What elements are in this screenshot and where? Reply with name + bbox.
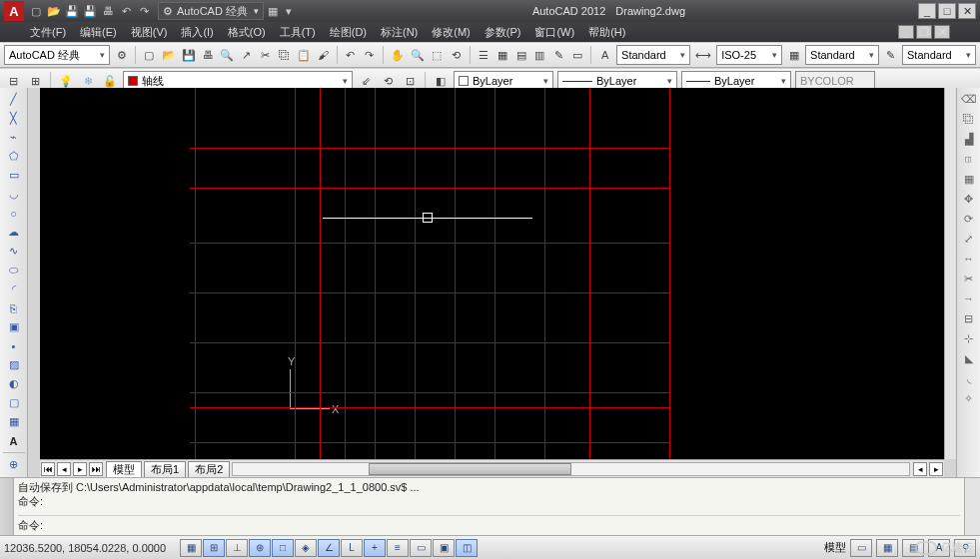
line-icon[interactable]: ╱ — [3, 90, 25, 109]
qat-saveas-icon[interactable]: 💾 — [82, 3, 98, 19]
tab-model[interactable]: 模型 — [106, 461, 142, 477]
dim-style-icon[interactable]: ⟷ — [694, 46, 712, 64]
sc-toggle[interactable]: ◫ — [456, 539, 478, 557]
osnap-toggle[interactable]: □ — [272, 539, 294, 557]
lwt-toggle[interactable]: ≡ — [387, 539, 409, 557]
gradient-icon[interactable]: ◐ — [3, 374, 25, 393]
qat-open-icon[interactable]: 📂 — [46, 3, 62, 19]
close-button[interactable]: ✕ — [958, 3, 976, 19]
ortho-toggle[interactable]: ⊥ — [226, 539, 248, 557]
spline-icon[interactable]: ∿ — [3, 242, 25, 261]
fillet-icon[interactable]: ◟ — [960, 369, 978, 387]
status-qv-drawings-icon[interactable]: ▤ — [902, 539, 924, 557]
menu-view[interactable]: 视图(V) — [131, 25, 168, 40]
table-style-icon[interactable]: ▦ — [786, 46, 801, 64]
horizontal-scrollbar[interactable] — [232, 462, 910, 476]
command-scrollbar[interactable] — [964, 478, 980, 535]
workspace-combo[interactable]: AutoCAD 经典▾ — [4, 45, 110, 65]
tb-zoomprev-icon[interactable]: ⟲ — [449, 46, 464, 64]
chamfer-icon[interactable]: ◣ — [960, 349, 978, 367]
pline-icon[interactable]: ⌁ — [3, 128, 25, 147]
copy-icon[interactable]: ⿻ — [960, 110, 978, 128]
tb-sheetset-icon[interactable]: ▥ — [532, 46, 547, 64]
mtext-icon[interactable]: A — [3, 431, 25, 450]
tb-new-icon[interactable]: ▢ — [142, 46, 157, 64]
doc-minimize-button[interactable]: _ — [898, 25, 914, 39]
qp-toggle[interactable]: ▣ — [433, 539, 455, 557]
point-icon[interactable]: • — [3, 336, 25, 355]
tb-redo-icon[interactable]: ↷ — [362, 46, 377, 64]
tab-prev-button[interactable]: ◂ — [57, 462, 71, 476]
workspace-selector[interactable]: ⚙ AutoCAD 经典 ▾ — [158, 2, 264, 20]
menu-edit[interactable]: 编辑(E) — [80, 25, 117, 40]
tab-layout2[interactable]: 布局2 — [188, 461, 230, 477]
tb-pan-icon[interactable]: ✋ — [390, 46, 406, 64]
array-icon[interactable]: ▦ — [960, 170, 978, 188]
otrack-toggle[interactable]: ∠ — [318, 539, 340, 557]
menu-file[interactable]: 文件(F) — [30, 25, 66, 40]
qat-new-icon[interactable]: ▢ — [28, 3, 44, 19]
tb-undo-icon[interactable]: ↶ — [344, 46, 359, 64]
menu-window[interactable]: 窗口(W) — [534, 25, 574, 40]
tb-match-icon[interactable]: 🖌 — [316, 46, 331, 64]
addsel-icon[interactable]: ⊕ — [3, 455, 25, 474]
tb-paste-icon[interactable]: 📋 — [296, 46, 312, 64]
circle-icon[interactable]: ○ — [3, 204, 25, 223]
tb-dcenter-icon[interactable]: ▦ — [494, 46, 509, 64]
tb-markup-icon[interactable]: ✎ — [551, 46, 566, 64]
tb-print-icon[interactable]: 🖶 — [201, 46, 216, 64]
minimize-button[interactable]: _ — [918, 3, 936, 19]
ducs-toggle[interactable]: L — [341, 539, 363, 557]
menu-draw[interactable]: 绘图(D) — [330, 25, 367, 40]
menu-tools[interactable]: 工具(T) — [280, 25, 316, 40]
block-icon[interactable]: ▣ — [3, 317, 25, 336]
status-model-icon[interactable]: ▭ — [850, 539, 872, 557]
trim-icon[interactable]: ✂ — [960, 270, 978, 287]
table-icon[interactable]: ▦ — [3, 412, 25, 431]
osnap3d-toggle[interactable]: ◈ — [295, 539, 317, 557]
hscroll-left-button[interactable]: ◂ — [913, 462, 927, 476]
break-icon[interactable]: ⊟ — [960, 309, 978, 327]
erase-icon[interactable]: ⌫ — [960, 90, 978, 108]
status-coordinates[interactable]: 12036.5200, 18054.0228, 0.0000 — [4, 542, 174, 554]
hscroll-right-button[interactable]: ▸ — [929, 462, 943, 476]
text-style-icon[interactable]: A — [597, 46, 612, 64]
arc-icon[interactable]: ◡ — [3, 185, 25, 204]
menu-param[interactable]: 参数(P) — [485, 25, 521, 40]
polar-toggle[interactable]: ⊛ — [249, 539, 271, 557]
tab-first-button[interactable]: ⏮ — [41, 462, 55, 476]
ws-settings-icon[interactable]: ⚙ — [114, 46, 129, 64]
table-style-combo[interactable]: Standard▾ — [805, 45, 879, 65]
command-body[interactable]: 自动保存到 C:\Users\Administrator\appdata\loc… — [14, 478, 964, 535]
vertical-scrollbar[interactable] — [944, 88, 956, 459]
tab-last-button[interactable]: ⏭ — [89, 462, 103, 476]
tb-cut-icon[interactable]: ✂ — [258, 46, 273, 64]
menu-help[interactable]: 帮助(H) — [588, 25, 625, 40]
polygon-icon[interactable]: ⬠ — [3, 147, 25, 166]
tb-zoom-icon[interactable]: 🔍 — [410, 46, 426, 64]
qat-redo-icon[interactable]: ↷ — [136, 3, 152, 19]
scale-icon[interactable]: ⤢ — [960, 230, 978, 248]
offset-icon[interactable]: ⎅ — [960, 150, 978, 168]
status-annovis-icon[interactable]: ⚲ — [954, 539, 976, 557]
menu-format[interactable]: 格式(O) — [228, 25, 266, 40]
tb-qcalc-icon[interactable]: ▭ — [570, 46, 585, 64]
drawing-canvas[interactable]: Y X — [40, 88, 944, 459]
status-annoscale-icon[interactable]: A — [928, 539, 950, 557]
region-icon[interactable]: ▢ — [3, 393, 25, 412]
status-qv-layouts-icon[interactable]: ▦ — [876, 539, 898, 557]
maximize-button[interactable]: □ — [938, 3, 956, 19]
tab-layout1[interactable]: 布局1 — [144, 461, 186, 477]
rect-icon[interactable]: ▭ — [3, 166, 25, 185]
command-handle[interactable] — [0, 478, 14, 535]
tb-props-icon[interactable]: ☰ — [476, 46, 490, 64]
mleader-style-icon[interactable]: ✎ — [883, 46, 898, 64]
dyn-toggle[interactable]: + — [364, 539, 386, 557]
menu-insert[interactable]: 插入(I) — [181, 25, 213, 40]
tb-publish-icon[interactable]: ↗ — [239, 46, 254, 64]
doc-restore-button[interactable]: ❐ — [916, 25, 932, 39]
extend-icon[interactable]: → — [960, 289, 978, 307]
menu-dim[interactable]: 标注(N) — [381, 25, 418, 40]
tb-preview-icon[interactable]: 🔍 — [219, 46, 235, 64]
command-input[interactable] — [47, 519, 960, 533]
